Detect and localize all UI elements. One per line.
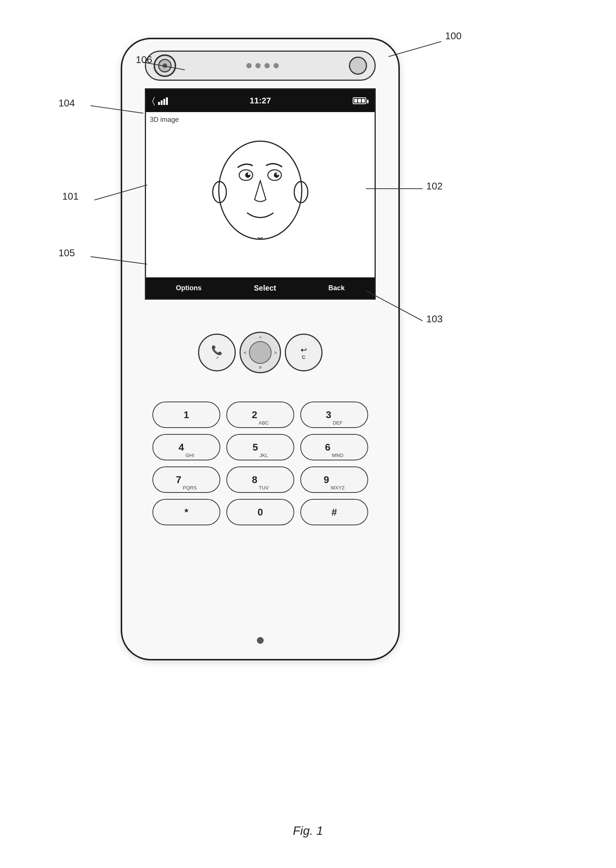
phone-device: 〈 11:27 [121, 38, 400, 660]
face-svg [207, 126, 313, 254]
antenna-icon: 〈 [152, 96, 155, 106]
clear-label: C [302, 354, 305, 360]
bar2 [161, 101, 163, 105]
page: 〈 11:27 [0, 0, 616, 868]
phone-screen: 〈 11:27 [145, 88, 376, 300]
annotation-103: 103 [426, 313, 443, 325]
end-call-icon: ↩ [301, 345, 307, 354]
key-4[interactable]: 4 GHI [152, 434, 220, 461]
camera-inner [158, 59, 171, 72]
options-key[interactable]: Options [176, 284, 201, 292]
status-bar: 〈 11:27 [146, 90, 375, 112]
battery-body [353, 97, 366, 104]
phone-call-icon: 📞 [211, 345, 223, 355]
dpad-area: 📞 ↗ ^ < > v ↩ C [196, 315, 324, 390]
microphone-dot [257, 637, 264, 644]
camera [154, 54, 176, 77]
speaker-dots [184, 63, 341, 68]
figure-caption: Fig. 1 [293, 824, 323, 838]
earpiece [349, 57, 367, 75]
bar3 [163, 99, 165, 105]
dpad-ok-button[interactable] [249, 341, 272, 364]
bar4 [166, 97, 168, 105]
clock: 11:27 [250, 96, 271, 106]
dpad-down-arrow: v [259, 364, 262, 370]
key-hash[interactable]: # [300, 499, 368, 525]
status-left: 〈 [152, 96, 168, 106]
camera-lens [163, 63, 167, 68]
key-1[interactable]: 1 [152, 401, 220, 428]
soft-key-bar: Options Select Back [146, 277, 375, 299]
key-star[interactable]: * [152, 499, 220, 525]
key-5[interactable]: 5 JKL [226, 434, 294, 461]
annotation-105: 105 [58, 247, 75, 259]
dpad-up-arrow: ^ [259, 335, 261, 341]
bar1 [158, 102, 160, 105]
end-button[interactable]: ↩ C [285, 333, 322, 371]
annotation-102: 102 [426, 181, 443, 192]
key-9[interactable]: 9 WXYZ [300, 467, 368, 493]
annotation-104: 104 [58, 97, 75, 109]
face-illustration [207, 126, 313, 254]
key-6[interactable]: 6 MNO [300, 434, 368, 461]
key-7[interactable]: 7 PQRS [152, 467, 220, 493]
signal-bars [158, 97, 168, 105]
annotation-100: 100 [445, 30, 461, 42]
phone-top-bar [145, 50, 376, 81]
annotation-101: 101 [62, 190, 79, 202]
select-key[interactable]: Select [254, 284, 276, 292]
image-label: 3D image [150, 116, 179, 124]
svg-point-8 [277, 173, 279, 175]
key-3[interactable]: 3 DEF [300, 401, 368, 428]
dpad-center[interactable]: ^ < > v [240, 332, 281, 373]
dpad-right-arrow: > [274, 350, 277, 355]
svg-point-5 [248, 173, 250, 175]
battery-icon [353, 97, 369, 104]
send-label: ↗ [215, 355, 219, 360]
key-0[interactable]: 0 [226, 499, 294, 525]
screen-content: 3D image [146, 112, 375, 277]
back-key[interactable]: Back [328, 284, 345, 292]
key-2[interactable]: 2 ABC [226, 401, 294, 428]
call-button[interactable]: 📞 ↗ [198, 333, 236, 371]
key-8[interactable]: 8 TUV [226, 467, 294, 493]
keypad: 1 2 ABC 3 DEF 4 GHI 5 JKL 6 MNO [152, 401, 368, 525]
dpad-left-arrow: < [244, 350, 247, 355]
svg-point-0 [219, 141, 302, 239]
annotation-106: 106 [136, 54, 152, 66]
